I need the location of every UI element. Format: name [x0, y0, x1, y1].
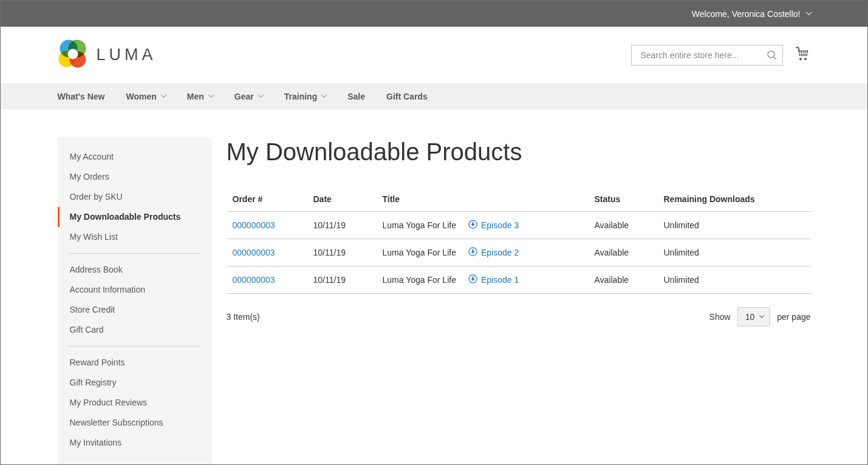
downloadable-products-table: Order # Date Title Status Remaining Down…: [227, 194, 811, 294]
page-title: My Downloadable Products: [227, 138, 811, 165]
top-bar: Welcome, Veronica Costello!: [1, 1, 867, 27]
search-box: [631, 45, 783, 66]
logo[interactable]: LUMA: [58, 39, 157, 71]
table-row: 000000003 10/11/19 Luma Yoga For Life: [227, 266, 811, 294]
sidebar-item-my-downloadable-products[interactable]: My Downloadable Products: [58, 207, 212, 227]
logo-text: LUMA: [97, 46, 157, 64]
search-icon[interactable]: [767, 50, 777, 63]
main-nav: What's New Women Men Gear Training Sale …: [1, 83, 867, 109]
column-header-date: Date: [307, 194, 377, 212]
table-header-row: Order # Date Title Status Remaining Down…: [227, 194, 811, 212]
order-number-link[interactable]: 000000003: [233, 220, 275, 230]
sidebar-divider: [69, 346, 201, 347]
download-link[interactable]: Episode 3: [468, 220, 519, 231]
nav-item-men[interactable]: Men: [187, 92, 213, 101]
main-content: My Downloadable Products Order # Date Ti…: [227, 137, 811, 327]
download-icon: [468, 274, 477, 285]
sidebar-divider: [69, 253, 201, 254]
show-label: Show: [709, 312, 731, 322]
sidebar-item-my-account[interactable]: My Account: [58, 147, 212, 167]
nav-item-gift-cards[interactable]: Gift Cards: [386, 92, 428, 101]
nav-item-whats-new[interactable]: What's New: [58, 92, 105, 101]
sidebar-item-gift-card[interactable]: Gift Card: [58, 320, 212, 340]
cart-icon: [794, 54, 810, 63]
sidebar-item-newsletter-subscriptions[interactable]: Newsletter Subscriptions: [58, 413, 212, 433]
download-link[interactable]: Episode 2: [468, 247, 519, 258]
table-toolbar: 3 Item(s) Show 10 per page: [227, 307, 811, 327]
status-text: Available: [595, 275, 629, 285]
column-header-status: Status: [589, 194, 658, 212]
order-date: 10/11/19: [313, 220, 346, 230]
chevron-down-icon: [258, 92, 264, 98]
sidebar-item-store-credit[interactable]: Store Credit: [58, 300, 212, 320]
search-input[interactable]: [631, 45, 783, 66]
browser-viewport: Welcome, Veronica Costello!: [0, 0, 868, 465]
order-date: 10/11/19: [313, 275, 346, 285]
status-text: Available: [595, 220, 629, 230]
items-count: 3 Item(s): [227, 312, 260, 322]
sidebar-item-my-product-reviews[interactable]: My Product Reviews: [58, 393, 212, 413]
account-sidebar: My Account My Orders Order by SKU My Dow…: [58, 137, 212, 465]
user-menu[interactable]: Welcome, Veronica Costello!: [46, 1, 823, 27]
status-text: Available: [595, 248, 629, 257]
per-page-label: per page: [777, 312, 810, 322]
nav-item-gear[interactable]: Gear: [234, 92, 263, 101]
sidebar-item-reward-points[interactable]: Reward Points: [58, 353, 212, 373]
download-icon: [468, 247, 477, 258]
download-link[interactable]: Episode 1: [468, 274, 519, 285]
sidebar-item-gift-registry[interactable]: Gift Registry: [58, 373, 212, 393]
nav-item-training[interactable]: Training: [284, 92, 326, 101]
product-title: Luma Yoga For Life: [383, 275, 456, 285]
sidebar-item-account-information[interactable]: Account Information: [58, 280, 212, 300]
column-header-remaining-downloads: Remaining Downloads: [658, 194, 811, 212]
chevron-down-icon: [208, 92, 214, 98]
chevron-down-icon: [321, 92, 327, 98]
sidebar-item-my-invitations[interactable]: My Invitations: [58, 433, 212, 453]
sidebar-item-address-book[interactable]: Address Book: [58, 260, 212, 280]
header: LUMA: [1, 27, 867, 83]
sidebar-item-order-by-sku[interactable]: Order by SKU: [58, 187, 212, 207]
remaining-downloads: Unlimited: [664, 248, 699, 257]
sidebar-item-my-orders[interactable]: My Orders: [58, 167, 212, 187]
sidebar-item-my-wish-list[interactable]: My Wish List: [58, 227, 212, 247]
order-number-link[interactable]: 000000003: [233, 248, 275, 257]
product-title: Luma Yoga For Life: [383, 220, 456, 230]
download-icon: [468, 220, 477, 231]
remaining-downloads: Unlimited: [664, 220, 699, 230]
table-row: 000000003 10/11/19 Luma Yoga For Life: [227, 212, 811, 239]
cart-button[interactable]: [793, 46, 811, 64]
order-date: 10/11/19: [313, 248, 346, 257]
column-header-order: Order #: [227, 194, 307, 212]
order-number-link[interactable]: 000000003: [233, 275, 275, 285]
nav-item-sale[interactable]: Sale: [347, 92, 365, 101]
chevron-down-icon: [759, 313, 764, 317]
nav-item-women[interactable]: Women: [126, 92, 166, 101]
product-title: Luma Yoga For Life: [383, 248, 456, 257]
welcome-text[interactable]: Welcome, Veronica Costello!: [692, 9, 801, 19]
column-header-title: Title: [377, 194, 589, 212]
table-row: 000000003 10/11/19 Luma Yoga For Life: [227, 239, 811, 266]
luma-logo-icon: [58, 39, 88, 71]
chevron-down-icon: [160, 92, 166, 98]
per-page-select[interactable]: 10: [737, 307, 771, 327]
chevron-down-icon[interactable]: [805, 9, 812, 15]
remaining-downloads: Unlimited: [664, 275, 699, 285]
